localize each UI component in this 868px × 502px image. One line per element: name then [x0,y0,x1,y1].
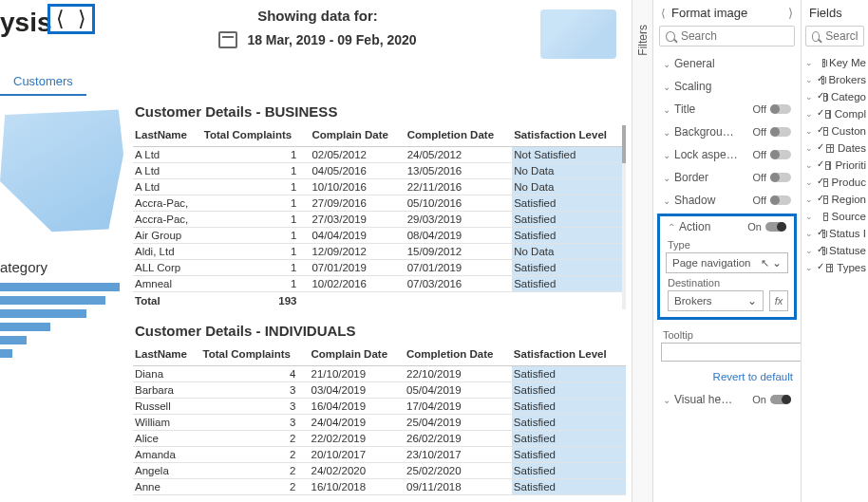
field-item[interactable]: ⌄Catego [802,88,868,105]
field-item[interactable]: ⌄Key Me [802,54,868,71]
field-item[interactable]: ⌄Types [802,259,868,276]
table-icon [826,144,834,153]
fields-search[interactable] [805,26,864,46]
map-visual[interactable] [0,102,123,234]
table-row[interactable]: Amanda220/10/201723/10/2017Satisfied [133,447,626,463]
table-row[interactable]: Accra-Pac,127/09/201605/10/2016Satisfied [133,195,626,212]
table-row[interactable]: William324/04/201925/04/2019Satisfied [133,415,626,431]
prop-lock-aspect[interactable]: ⌄Lock aspe…Off [653,143,801,166]
col-total[interactable]: Total Complaints [200,344,309,366]
table-icon [823,93,827,102]
col-satisfaction[interactable]: Satisfaction Level [512,125,626,147]
table-row[interactable]: Alice222/02/201926/02/2019Satisfied [133,431,626,447]
toggle-border[interactable] [770,173,791,182]
table-row[interactable]: Barbara303/04/201905/04/2019Satisfied [133,382,626,399]
col-satisfaction[interactable]: Satisfaction Level [512,344,626,366]
col-completion[interactable]: Completion Date [405,344,512,366]
table-icon [826,264,833,272]
prop-border[interactable]: ⌄BorderOff [653,166,801,189]
field-item[interactable]: ⌄Statuse [802,242,868,259]
business-table-title: Customer Details - BUSINESS [135,103,626,120]
check-icon [817,92,820,102]
table-row[interactable]: ALL Corp107/01/201907/01/2019Satisfied [133,260,626,276]
toggle-title[interactable] [770,104,791,114]
individuals-table-title: Customer Details - INDIVIDUALS [135,323,626,339]
toggle-shadow[interactable] [770,195,791,205]
date-range-label: Showing data for: [95,8,540,24]
prop-background[interactable]: ⌄Backgrou…Off [653,121,801,143]
check-icon [817,143,822,153]
table-row[interactable]: Aldi, Ltd112/09/201215/09/2012No Data [133,244,626,260]
filters-pane-collapsed[interactable]: Filters [632,0,652,502]
field-label: Brokers [828,74,866,85]
prop-shadow[interactable]: ⌄ShadowOff [653,189,801,212]
field-item[interactable]: ⌄Produc [802,174,868,191]
field-item[interactable]: ⌄Brokers [802,71,868,88]
action-destination-dropdown[interactable]: Brokers⌄ [668,290,764,311]
prop-title[interactable]: ⌄TitleOff [653,98,801,121]
field-item[interactable]: ⌄Status I [802,225,868,242]
action-type-label: Type [664,235,790,252]
check-icon [817,246,819,255]
field-item[interactable]: ⌄Region [802,191,868,208]
check-icon [817,126,820,136]
field-item[interactable]: ⌄Dates [802,139,868,157]
col-lastname[interactable]: LastName [133,125,202,147]
format-back-icon[interactable]: ⟨ [661,7,666,20]
tab-customers[interactable]: Customers [0,68,86,96]
field-label: Produc [832,177,866,188]
field-item[interactable]: ⌄Source [802,208,868,225]
col-lastname[interactable]: LastName [133,344,200,366]
toggle-lock[interactable] [770,150,791,159]
format-forward-icon[interactable]: ⟩ [788,6,793,20]
table-row[interactable]: Air Group104/04/201908/04/2019Satisfied [133,228,626,244]
field-item[interactable]: ⌄Compl [802,105,868,122]
col-complain[interactable]: Complain Date [310,344,406,366]
date-range-value: 18 Mar, 2019 - 09 Feb, 2020 [247,32,416,47]
col-complain[interactable]: Complain Date [310,125,405,147]
field-label: Types [837,262,866,273]
table-icon [822,59,825,67]
action-type-dropdown[interactable]: Page navigation ↖ ⌄ [666,252,788,273]
individuals-table[interactable]: LastName Total Complaints Complain Date … [133,344,626,495]
field-label: Statuse [829,245,866,256]
revert-to-default[interactable]: Revert to default [653,365,801,388]
col-completion[interactable]: Completion Date [406,125,513,147]
table-row[interactable]: Diana421/10/201922/10/2019Satisfied [133,366,626,382]
table-row[interactable]: A Ltd110/10/201622/11/2016No Data [133,179,626,195]
business-table[interactable]: LastName Total Complaints Complain Date … [133,125,626,309]
format-search[interactable] [659,26,795,46]
next-page-button[interactable]: ⟩ [78,9,86,29]
prop-action[interactable]: ⌃ActionOn [664,218,790,235]
check-icon [817,109,821,119]
action-destination-fx[interactable]: fx [769,290,788,311]
field-item[interactable]: ⌄Prioriti [802,157,868,174]
prop-general[interactable]: ⌄General [653,52,801,75]
format-search-input[interactable] [681,29,788,43]
table-scrollbar[interactable] [622,125,626,163]
table-row[interactable]: Anne216/10/201809/11/2018Satisfied [133,479,626,495]
table-icon [823,178,828,187]
mini-map-visual[interactable] [540,9,616,59]
prop-visual-header[interactable]: ⌄Visual he…On [653,388,801,411]
category-chart-title: ategory [0,259,127,275]
col-total[interactable]: Total Complaints [202,125,311,147]
prop-scaling[interactable]: ⌄Scaling [653,75,801,98]
check-icon [817,263,822,272]
table-row[interactable]: Amneal110/02/201607/03/2016Satisfied [133,276,626,292]
search-icon [666,31,675,42]
table-row[interactable]: A Ltd102/05/201224/05/2012Not Satisfied [133,147,626,163]
toggle-action[interactable] [765,222,786,232]
toggle-background[interactable] [770,127,791,137]
table-row[interactable]: Angela224/02/202025/02/2020Satisfied [133,463,626,479]
table-icon [825,110,831,119]
table-row[interactable]: A Ltd104/05/201613/05/2016No Data [133,163,626,179]
field-item[interactable]: ⌄Custon [802,122,868,139]
toggle-visual-header[interactable] [770,395,791,404]
fields-search-input[interactable] [825,29,858,43]
tooltip-input[interactable] [661,343,823,362]
table-row[interactable]: Russell316/04/201917/04/2019Satisfied [133,399,626,415]
prev-page-button[interactable]: ⟨ [56,9,65,29]
category-bar-chart[interactable] [0,283,127,358]
table-row[interactable]: Accra-Pac,127/03/201929/03/2019Satisfied [133,212,626,228]
